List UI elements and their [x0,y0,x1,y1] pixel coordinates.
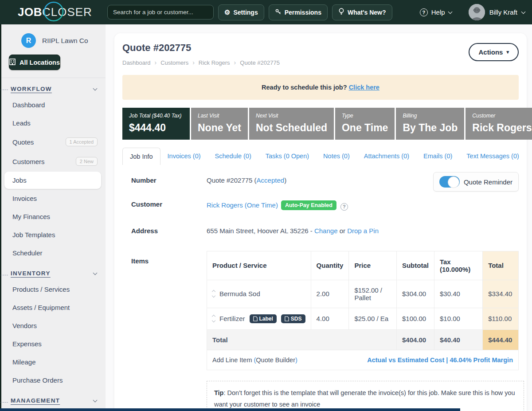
actions-button[interactable]: Actions ▾ [469,43,519,61]
add-line-item-link[interactable]: Add Line Item [212,356,252,364]
bottom-bar [0,408,460,411]
breadcrumb-separator: › [192,59,195,66]
all-locations-label: All Locations [20,59,60,66]
help-menu[interactable]: ? Help [420,8,452,16]
user-menu[interactable]: Billy Kraft [469,4,525,20]
breadcrumb-dashboard[interactable]: Dashboard [122,59,151,66]
sidebar-item-customers[interactable]: Customers 2 New [4,152,101,171]
chevron-down-icon [93,398,98,402]
stat-last-visit: Last Visit None Yet [191,108,248,140]
settings-label: Settings [233,9,258,16]
sidebar-item-dashboard[interactable]: Dashboard [4,96,101,114]
tab-attachments[interactable]: Attachments (0) [357,148,416,165]
change-address-link[interactable]: Change [314,227,338,235]
sidebar-item-invoices[interactable]: Invoices [4,190,101,207]
sidebar-item-quotes[interactable]: Quotes 1 Accepted [4,133,101,151]
help-icon: ? [420,8,428,16]
chevron-down-icon [448,9,452,14]
settings-button[interactable]: ⚙ Settings [218,4,264,20]
document-icon [253,316,258,321]
search-input[interactable] [107,5,214,20]
tab-emails[interactable]: Emails (0) [416,148,459,165]
sidebar-item-assets-equipment[interactable]: Assets / Equipment [4,299,101,316]
user-name: Billy Kraft [489,8,517,16]
company-name: RIIPL Lawn Co [42,37,88,45]
customers-badge: 2 New [76,157,98,166]
tab-job-info[interactable]: Job Info [122,148,160,165]
field-items: Items Product / Service Quantity Price S… [122,251,519,370]
detail-tabs: Job Info Invoices (0) Schedule (0) Tasks… [122,148,519,165]
page-title: Quote #202775 [122,42,519,54]
sidebar-item-job-templates[interactable]: Job Templates [4,226,101,243]
main-area: Quote #202775 Dashboard › Customers › Ri… [106,24,532,411]
quote-card: Quote #202775 Dashboard › Customers › Ri… [114,33,527,411]
logo-circle-icon [43,1,64,22]
company-avatar: R [21,33,36,48]
top-navbar: JOBCLOSER ⚙ Settings Permissions What's … [0,0,532,24]
customer-link[interactable]: Rick Rogers [207,201,243,209]
section-workflow[interactable]: WORKFLOW [0,78,106,95]
invoice-tip: Tip: Don't forget this is the template t… [207,381,524,411]
product-link-fertilizer[interactable]: Fertilizer [219,315,245,322]
quotes-badge: 1 Accepted [66,137,98,146]
sidebar-item-my-finances[interactable]: My Finances [4,208,101,225]
breadcrumb: Dashboard › Customers › Rick Rogers › Qu… [122,59,519,66]
item-row-bermuda-sod: Bermuda Sod 2.00 $152.00 / Pallet $304.0… [207,280,519,308]
autopay-help-icon[interactable]: ? [340,203,348,211]
tab-tasks[interactable]: Tasks (0 Open) [258,148,316,165]
schedule-click-here-link[interactable]: Click here [349,84,379,91]
section-inventory[interactable]: INVENTORY [0,262,106,280]
sidebar-item-vendors[interactable]: Vendors [4,317,101,334]
building-icon [9,59,16,67]
chevron-down-icon [93,86,98,90]
chevron-down-icon [521,9,526,14]
stat-type: Type One Time [335,108,395,140]
product-link-bermuda-sod[interactable]: Bermuda Sod [219,290,260,297]
sidebar-item-expenses[interactable]: Expenses [4,335,101,352]
profit-margin-link[interactable]: 46.04% Profit Margin [450,356,513,364]
stat-job-total: Job Total ($40.40 Tax) $444.40 [122,108,190,140]
sidebar: R RIIPL Lawn Co All Locations WORKFLOW D… [0,24,106,411]
breadcrumb-customers[interactable]: Customers [160,59,188,66]
breadcrumb-customer-name[interactable]: Rick Rogers [199,59,230,66]
all-locations-button[interactable]: All Locations [9,55,60,70]
reorder-handle[interactable] [212,315,215,322]
breadcrumb-separator: › [234,59,236,66]
quote-builder-link[interactable]: Quote Builder [256,356,295,364]
items-table: Product / Service Quantity Price Subtota… [207,251,519,370]
caret-down-icon: ▾ [506,49,509,55]
stat-customer: Customer Rick Rogers [466,108,532,140]
sidebar-item-mileage[interactable]: Mileage [4,353,101,371]
sidebar-item-products-services[interactable]: Products / Services [4,281,101,298]
tab-invoices[interactable]: Invoices (0) [160,148,208,165]
whats-new-button[interactable]: What's New? [332,4,392,20]
item-row-fertilizer: Fertilizer Label SDS 4.00 [207,308,519,329]
actual-vs-estimated-cost-link[interactable]: Actual vs Estimated Cost [367,356,444,364]
sds-pdf-badge[interactable]: SDS [281,314,305,323]
stats-row: Job Total ($40.40 Tax) $444.40 Last Visi… [122,108,519,140]
section-management[interactable]: MANAGEMENT [0,390,106,407]
sidebar-item-leads[interactable]: Leads [4,114,101,132]
company-selector[interactable]: R RIIPL Lawn Co [0,24,106,48]
quote-reminder-card: Quote Reminder [433,172,519,192]
document-icon [285,316,289,321]
tab-text-messages[interactable]: Text Messages (0) [459,148,526,165]
tab-notes[interactable]: Notes (0) [316,148,357,165]
customer-type-link[interactable]: One Time [247,201,276,209]
reorder-handle[interactable] [212,290,215,297]
stat-next-visit: Next Visit Not Scheduled [249,108,334,140]
quote-reminder-toggle[interactable] [439,176,460,188]
lightbulb-icon [338,8,344,16]
tab-schedule[interactable]: Schedule (0) [208,148,258,165]
logo-text-bold: JOB [18,5,42,19]
job-info-panel: Quote Reminder Number Quote #202775 (Acc… [122,176,519,411]
sidebar-item-purchase-orders[interactable]: Purchase Orders [4,372,101,389]
chevron-down-icon [93,270,98,275]
sidebar-item-jobs[interactable]: Jobs [4,172,101,189]
label-pdf-badge[interactable]: Label [250,314,277,323]
field-address: Address 655 Main Street, Hoover AL 35226… [122,227,519,235]
permissions-button[interactable]: Permissions [269,4,328,20]
accepted-status-link[interactable]: Accepted [257,176,285,184]
drop-a-pin-link[interactable]: Drop a Pin [347,227,379,235]
sidebar-item-scheduler[interactable]: Scheduler [4,244,101,262]
